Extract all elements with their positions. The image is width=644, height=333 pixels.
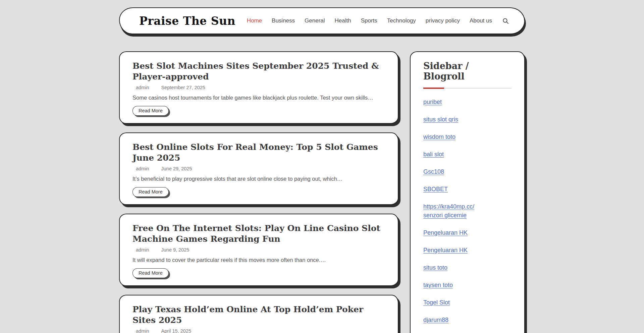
blogroll-item: Togel Slot [423,298,512,307]
main-nav: HomeBusinessGeneralHealthSportsTechnolog… [247,17,509,24]
post-author: admin [136,166,149,171]
blogroll-item: Gsc108 [423,167,512,176]
nav-item-technology[interactable]: Technology [387,17,416,24]
read-more-button[interactable]: Read More [132,268,169,278]
blogroll-link[interactable]: puribet [423,98,442,106]
nav-item-health[interactable]: Health [335,17,351,24]
blogroll-link[interactable]: SBOBET [423,185,448,193]
post-card: Free On The Internet Slots: Play On Line… [119,214,398,286]
posts-column: Best Slot Machines Sites September 2025 … [119,51,398,333]
blogroll-item: SBOBET [423,185,512,193]
post-card: Play Texas Hold’em Online At Top Hold’em… [119,295,398,333]
blogroll-link[interactable]: wisdom toto [423,132,455,141]
post-card: Best Slot Machines Sites September 2025 … [119,51,398,124]
post-meta: adminApril 15, 2025 [132,328,384,333]
post-author: admin [136,247,149,253]
post-excerpt: It’s beneficial to play progressive slot… [132,175,384,182]
sidebar-widget: Sidebar / Blogroll puribetsitus slot qri… [410,51,525,333]
sidebar-divider [423,88,512,89]
read-more-button[interactable]: Read More [132,106,169,116]
nav-item-home[interactable]: Home [247,17,262,24]
nav-item-business[interactable]: Business [272,17,295,24]
blogroll-link[interactable]: Gsc108 [423,167,444,176]
blogroll-item: djarum88 [423,316,512,324]
blogroll-link[interactable]: situs toto [423,263,447,272]
post-date: April 15, 2025 [161,328,191,333]
nav-item-privacy-policy[interactable]: privacy policy [426,17,460,24]
divider-accent [423,88,444,89]
post-date: June 9, 2025 [161,247,190,253]
post-title[interactable]: Free On The Internet Slots: Play On Line… [132,223,384,244]
blogroll-item: situs toto [423,263,512,272]
blogroll-link[interactable]: djarum88 [423,316,448,324]
post-meta: adminJune 29, 2025 [132,166,384,171]
blogroll-link[interactable]: Togel Slot [423,298,450,307]
sidebar: Sidebar / Blogroll puribetsitus slot qri… [410,51,525,333]
blogroll-link[interactable]: Pengeluaran HK [423,246,468,255]
blogroll-link[interactable]: situs slot qris [423,115,458,124]
read-more-button[interactable]: Read More [132,187,169,197]
blogroll-item: puribet [423,98,512,106]
nav-item-sports[interactable]: Sports [361,17,377,24]
post-date: June 29, 2025 [161,166,192,171]
blogroll-item: Pengeluaran HK [423,246,512,255]
post-meta: adminSeptember 27, 2025 [132,85,384,90]
sidebar-title: Sidebar / Blogroll [423,61,512,81]
search-icon[interactable] [502,18,509,24]
post-author: admin [136,85,149,90]
post-excerpt: Some casinos host tournaments for table … [132,94,384,101]
blogroll-link[interactable]: taysen toto [423,281,453,289]
post-meta: adminJune 9, 2025 [132,247,384,253]
content-area: Best Slot Machines Sites September 2025 … [119,51,525,333]
nav-item-general[interactable]: General [305,17,325,24]
blogroll-item: bali slot [423,150,512,159]
post-date: September 27, 2025 [161,85,205,90]
blogroll-link[interactable]: senzori glicemie [423,211,467,220]
post-title[interactable]: Best Slot Machines Sites September 2025 … [132,61,384,82]
post-excerpt: It will expand to cover the particular r… [132,257,384,264]
site-header: Praise The Sun HomeBusinessGeneralHealth… [119,7,525,34]
post-title[interactable]: Best Online Slots For Real Money: Top 5 … [132,142,384,163]
blogroll-link[interactable]: bali slot [423,150,444,159]
post-card: Best Online Slots For Real Money: Top 5 … [119,132,398,205]
blogroll-item: situs slot qris [423,115,512,124]
nav-item-about-us[interactable]: About us [470,17,492,24]
blogroll-item: Pengeluaran HK [423,228,512,237]
blogroll-list: puribetsitus slot qriswisdom totobali sl… [423,98,512,333]
blogroll-link[interactable]: Pengeluaran HK [423,228,468,237]
blogroll-item: https://kra40mp.cc/senzori glicemie [423,202,512,220]
blogroll-item: wisdom toto [423,132,512,141]
site-title[interactable]: Praise The Sun [139,14,235,27]
blogroll-link[interactable]: https://kra40mp.cc/ [423,202,474,211]
post-author: admin [136,328,149,333]
post-title[interactable]: Play Texas Hold’em Online At Top Hold’em… [132,304,384,326]
blogroll-item: taysen toto [423,281,512,289]
